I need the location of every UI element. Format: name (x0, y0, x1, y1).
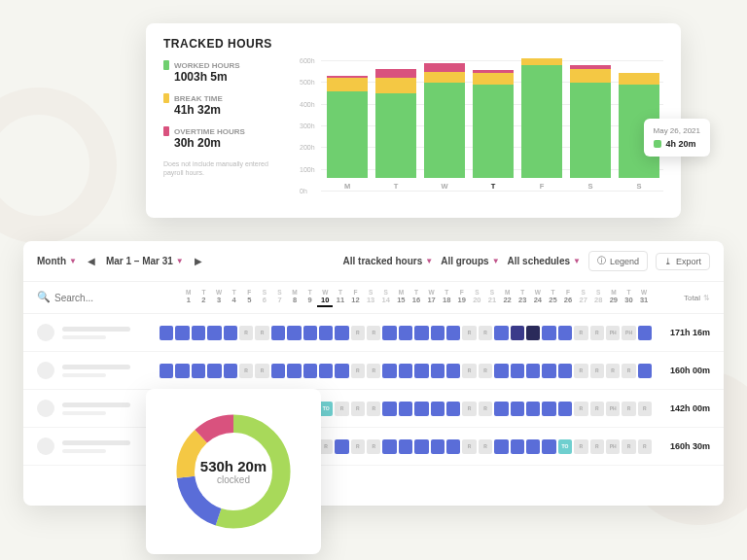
day-cell[interactable]: R (239, 364, 253, 378)
day-cell[interactable] (446, 364, 460, 378)
day-cell[interactable] (638, 364, 652, 378)
next-button[interactable]: ▶ (192, 255, 205, 268)
day-cell[interactable]: R (479, 402, 492, 416)
day-cell[interactable]: PH (606, 439, 620, 454)
schedules-filter-dropdown[interactable]: All schedules ▼ (508, 256, 581, 266)
day-cell[interactable] (542, 439, 555, 454)
day-cell[interactable]: R (239, 326, 253, 340)
day-cell[interactable] (160, 364, 173, 378)
legend-button[interactable]: ⓘLegend (588, 251, 648, 271)
day-cell[interactable] (558, 364, 572, 378)
day-column-header[interactable]: T2 (196, 289, 212, 307)
day-cell[interactable] (638, 326, 652, 340)
day-cell[interactable]: TO (319, 402, 333, 416)
day-cell[interactable] (399, 326, 412, 340)
day-cell[interactable] (558, 402, 572, 416)
export-button[interactable]: ⤓Export (656, 253, 710, 270)
day-column-header[interactable]: M29 (606, 289, 622, 307)
day-cell[interactable] (192, 364, 205, 378)
day-cell[interactable] (335, 364, 348, 378)
day-cell[interactable]: R (255, 364, 268, 378)
day-cell[interactable] (494, 439, 508, 454)
day-cell[interactable] (303, 326, 317, 340)
day-cell[interactable] (414, 439, 428, 454)
employee-name[interactable] (62, 365, 160, 377)
day-cell[interactable]: R (622, 439, 635, 454)
day-cell[interactable]: R (367, 402, 380, 416)
day-column-header[interactable]: T30 (622, 289, 637, 307)
day-cell[interactable] (319, 364, 333, 378)
day-cell[interactable]: R (351, 326, 365, 340)
day-column-header[interactable]: W3 (211, 289, 227, 307)
day-column-header[interactable]: F19 (454, 289, 470, 307)
day-column-header[interactable]: S28 (590, 289, 606, 307)
day-column-header[interactable]: M22 (500, 289, 516, 307)
day-column-header[interactable]: W31 (636, 289, 652, 307)
day-cell[interactable]: R (638, 439, 652, 454)
day-cell[interactable]: R (367, 364, 380, 378)
day-cell[interactable] (431, 402, 445, 416)
day-column-header[interactable]: S21 (484, 289, 500, 307)
day-cell[interactable] (382, 439, 396, 454)
day-cell[interactable]: R (319, 439, 333, 454)
employee-name[interactable] (62, 440, 160, 453)
avatar[interactable] (37, 438, 54, 455)
day-column-header[interactable]: T18 (439, 289, 454, 307)
day-column-header[interactable]: T4 (227, 289, 242, 307)
day-cell[interactable]: R (335, 402, 348, 416)
day-cell[interactable]: R (590, 364, 604, 378)
day-column-header[interactable]: F26 (560, 289, 576, 307)
day-cell[interactable] (494, 326, 508, 340)
bar-column[interactable]: F (521, 58, 562, 191)
day-cell[interactable] (446, 326, 460, 340)
day-cell[interactable] (526, 439, 540, 454)
day-cell[interactable] (175, 364, 189, 378)
day-cell[interactable]: R (462, 326, 476, 340)
day-cell[interactable] (207, 326, 221, 340)
employee-name[interactable] (62, 402, 160, 415)
day-cell[interactable] (414, 364, 428, 378)
day-cell[interactable]: R (638, 402, 652, 416)
total-column-header[interactable]: Total ⇅ (652, 294, 710, 302)
day-cell[interactable]: R (574, 364, 587, 378)
day-cell[interactable] (558, 326, 572, 340)
day-cell[interactable] (207, 364, 221, 378)
day-cell[interactable] (335, 439, 348, 454)
day-cell[interactable]: R (590, 439, 604, 454)
day-cell[interactable] (526, 364, 540, 378)
hours-filter-dropdown[interactable]: All tracked hours ▼ (343, 256, 434, 266)
day-column-header[interactable]: T9 (302, 289, 318, 307)
day-cell[interactable] (271, 326, 285, 340)
day-cell[interactable] (494, 364, 508, 378)
bar-column[interactable]: T (375, 69, 416, 191)
day-cell[interactable] (511, 402, 524, 416)
day-cell[interactable] (303, 364, 317, 378)
day-cell[interactable]: R (462, 439, 476, 454)
day-cell[interactable]: R (574, 402, 587, 416)
day-cell[interactable]: R (479, 364, 492, 378)
day-column-header[interactable]: S13 (363, 289, 378, 307)
day-cell[interactable]: R (574, 439, 587, 454)
day-column-header[interactable]: F12 (348, 289, 364, 307)
day-cell[interactable]: R (255, 326, 268, 340)
day-cell[interactable] (526, 402, 540, 416)
bar-column[interactable]: M (327, 76, 368, 191)
day-cell[interactable] (271, 364, 285, 378)
day-cell[interactable] (224, 326, 237, 340)
day-cell[interactable] (382, 402, 396, 416)
day-cell[interactable]: R (590, 326, 604, 340)
day-cell[interactable]: R (351, 364, 365, 378)
day-cell[interactable]: R (590, 402, 604, 416)
groups-filter-dropdown[interactable]: All groups ▼ (441, 256, 499, 266)
day-column-header[interactable]: M1 (181, 289, 196, 307)
day-column-header[interactable]: M8 (287, 289, 302, 307)
day-cell[interactable] (224, 364, 237, 378)
day-cell[interactable]: R (462, 402, 476, 416)
day-column-header[interactable]: T11 (333, 289, 348, 307)
day-cell[interactable] (382, 326, 396, 340)
day-column-header[interactable]: F5 (241, 289, 257, 307)
day-cell[interactable] (192, 326, 205, 340)
avatar[interactable] (37, 400, 54, 417)
bar-column[interactable]: S (570, 65, 611, 191)
day-cell[interactable] (414, 402, 428, 416)
